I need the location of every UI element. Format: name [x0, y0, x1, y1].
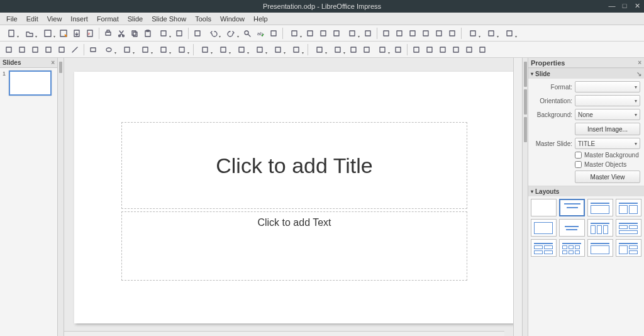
- layout-option-4[interactable]: [531, 219, 557, 237]
- new-button[interactable]: [3, 27, 20, 40]
- checkbox-icon[interactable]: [575, 152, 582, 159]
- 3d-button[interactable]: [287, 43, 305, 56]
- distribute-button[interactable]: [347, 43, 360, 56]
- extend-button[interactable]: [501, 27, 518, 40]
- open-button[interactable]: [21, 27, 38, 40]
- ungroup-button[interactable]: [374, 43, 391, 56]
- paste-special-button[interactable]: [155, 27, 172, 40]
- arrange-button[interactable]: [329, 43, 347, 56]
- layout-option-0[interactable]: [531, 199, 557, 216]
- slide-canvas[interactable]: Click to add Title Click to add Text: [74, 72, 513, 323]
- pan-button[interactable]: [29, 43, 42, 56]
- background-combo[interactable]: None: [575, 109, 640, 120]
- arrow-line-button[interactable]: [118, 43, 136, 56]
- zoom-button[interactable]: [464, 27, 482, 40]
- menu-tools[interactable]: Tools: [191, 14, 215, 24]
- extrusion-button[interactable]: [476, 43, 489, 56]
- image-button[interactable]: [317, 27, 330, 40]
- print-button[interactable]: [102, 27, 114, 40]
- layout-option-8[interactable]: [531, 239, 557, 257]
- pipette-button[interactable]: [463, 43, 475, 56]
- layout-option-11[interactable]: [616, 239, 641, 257]
- window-minimize-icon[interactable]: —: [608, 1, 616, 10]
- vertical-scrollbar[interactable]: [513, 58, 522, 336]
- curve-button[interactable]: [155, 43, 172, 56]
- layout-option-2[interactable]: [587, 199, 613, 216]
- toggle-button[interactable]: [423, 43, 436, 56]
- find-button[interactable]: [241, 27, 253, 40]
- sidebar-resize-handle[interactable]: [522, 58, 528, 336]
- layout-button[interactable]: [482, 27, 500, 40]
- menu-help[interactable]: Help: [250, 14, 272, 24]
- window-close-icon[interactable]: ✕: [633, 1, 641, 10]
- layout-option-1[interactable]: [559, 199, 585, 216]
- menu-slide[interactable]: Slide: [124, 14, 147, 24]
- close-icon[interactable]: ×: [51, 59, 55, 66]
- filter-button[interactable]: [450, 43, 462, 56]
- header-footer-button[interactable]: [446, 27, 458, 40]
- insert-image-button[interactable]: Insert Image...: [575, 123, 640, 135]
- media-button[interactable]: [330, 27, 343, 40]
- rect-button[interactable]: [87, 43, 99, 56]
- layout-option-10[interactable]: [587, 239, 613, 257]
- block-arrow-button[interactable]: [214, 43, 232, 56]
- master-background-checkbox[interactable]: Master Background: [575, 152, 640, 159]
- layouts-section-header[interactable]: ▾ Layouts: [528, 186, 644, 196]
- snap-button[interactable]: [286, 27, 303, 40]
- checkbox-icon[interactable]: [575, 161, 582, 168]
- grid-button[interactable]: [267, 27, 280, 40]
- basic-shape-button[interactable]: [173, 43, 191, 56]
- rotate-button[interactable]: [42, 43, 55, 56]
- text-box-button[interactable]: [362, 27, 374, 40]
- arrow-select-button[interactable]: [3, 43, 15, 56]
- panel-resize-handle[interactable]: [58, 58, 64, 336]
- master-objects-checkbox[interactable]: Master Objects: [575, 161, 640, 168]
- menu-edit[interactable]: Edit: [23, 14, 42, 24]
- menu-insert[interactable]: Insert: [67, 14, 92, 24]
- fontwork-button[interactable]: [380, 27, 392, 40]
- callout-button[interactable]: [251, 43, 269, 56]
- layout-option-9[interactable]: [559, 239, 585, 257]
- cut-button[interactable]: [115, 27, 128, 40]
- horizontal-scrollbar[interactable]: [64, 331, 504, 336]
- window-maximize-icon[interactable]: □: [620, 1, 629, 10]
- layout-option-5[interactable]: [559, 219, 585, 237]
- slide-thumbnail[interactable]: 1: [3, 70, 55, 96]
- group-button[interactable]: [360, 43, 373, 56]
- format-combo[interactable]: [575, 81, 640, 92]
- align-button[interactable]: [311, 43, 328, 56]
- master-slide-combo[interactable]: TITLE: [575, 138, 640, 149]
- more-options-icon[interactable]: ↘: [636, 70, 641, 77]
- menu-slide-show[interactable]: Slide Show: [148, 14, 190, 24]
- special-char-button[interactable]: [393, 27, 406, 40]
- layout-option-6[interactable]: [587, 219, 613, 237]
- chart-button[interactable]: [343, 27, 361, 40]
- hyperlink-button[interactable]: [406, 27, 419, 40]
- redo-button[interactable]: [223, 27, 240, 40]
- menu-window[interactable]: Window: [216, 14, 248, 24]
- content-placeholder[interactable]: Click to add Text: [121, 211, 467, 281]
- flowchart-button[interactable]: [233, 43, 250, 56]
- transition-button[interactable]: [433, 27, 445, 40]
- canvas-viewport[interactable]: Click to add Title Click to add Text: [64, 58, 513, 336]
- flip-button[interactable]: [55, 43, 68, 56]
- zoom-tool-button[interactable]: [16, 43, 28, 56]
- slide-section-header[interactable]: ▾ Slide ↘: [528, 69, 644, 79]
- pdf-button[interactable]: P: [84, 27, 96, 40]
- orientation-combo[interactable]: [575, 95, 640, 106]
- menu-file[interactable]: File: [3, 14, 21, 24]
- paste-button[interactable]: [142, 27, 154, 40]
- line-button[interactable]: [69, 43, 81, 56]
- save-button[interactable]: [39, 27, 57, 40]
- master-view-button[interactable]: Master View: [575, 171, 640, 183]
- clear-format-button[interactable]: [191, 27, 204, 40]
- glue-button[interactable]: [410, 43, 423, 56]
- animation-button[interactable]: [419, 27, 432, 40]
- crop-button[interactable]: [436, 43, 449, 56]
- symbol-shape-button[interactable]: [196, 43, 214, 56]
- saveas-button[interactable]: [57, 27, 70, 40]
- layout-option-3[interactable]: [616, 199, 641, 216]
- undo-button[interactable]: [204, 27, 222, 40]
- title-placeholder[interactable]: Click to add Title: [121, 122, 467, 209]
- close-icon[interactable]: ×: [638, 59, 641, 66]
